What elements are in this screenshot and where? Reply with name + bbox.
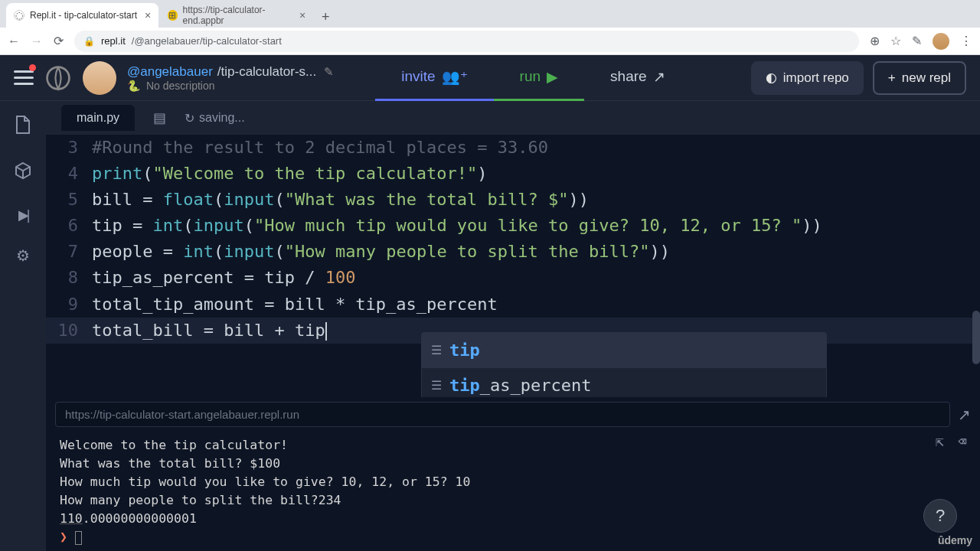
layout-icon[interactable]: ▤ xyxy=(153,109,166,126)
user-avatar[interactable] xyxy=(83,61,116,95)
open-external-icon[interactable]: ↗ xyxy=(958,406,971,424)
pencil-icon[interactable]: ✎ xyxy=(324,65,334,79)
owner-link[interactable]: @angelabauer xyxy=(127,64,213,80)
share-icon: ↗ xyxy=(653,68,665,86)
saving-label: saving... xyxy=(199,111,245,125)
saving-indicator: ↻ saving... xyxy=(185,111,245,126)
autocomplete-popup[interactable]: ☰ tip ☰ tip_as_percent ☰ total_tip_amoun… xyxy=(421,332,827,397)
url-path: /@angelabauer/tip-calculator-start xyxy=(132,35,282,47)
play-icon: ▶ xyxy=(547,68,558,86)
autocomplete-item[interactable]: ☰ tip_as_percent xyxy=(422,368,826,397)
star-icon[interactable]: ☆ xyxy=(890,34,901,48)
browser-tab[interactable]: ⊞ https://tip-calculator-end.appbr × xyxy=(160,3,313,28)
autocomplete-item[interactable]: ☰ tip xyxy=(422,333,826,368)
tab-title: Repl.it - tip-calculator-start xyxy=(30,10,137,21)
share-button[interactable]: share ↗ xyxy=(584,55,691,101)
settings-icon[interactable]: ⚙ xyxy=(16,246,30,265)
popout-icon[interactable]: ⇱ xyxy=(936,432,944,452)
symbol-icon: ☰ xyxy=(431,377,442,396)
project-name: /tip-calculator-s... xyxy=(217,64,316,80)
run-url-field[interactable]: https://tip-calculator-start.angelabauer… xyxy=(55,402,950,427)
run-label: run xyxy=(520,68,541,85)
zoom-icon[interactable]: ⊕ xyxy=(870,34,880,48)
new-repl-button[interactable]: + new repl xyxy=(873,61,966,95)
invite-icon: 👥⁺ xyxy=(442,68,468,86)
refresh-icon: ↻ xyxy=(185,111,194,126)
extension-icon[interactable]: ✎ xyxy=(912,34,922,48)
run-button[interactable]: run ▶ xyxy=(494,55,584,101)
share-label: share xyxy=(610,68,647,85)
menu-icon[interactable]: ⋮ xyxy=(960,34,972,48)
editor-tabs: main.py ▤ ↻ saving... xyxy=(46,101,980,135)
help-button[interactable]: ? xyxy=(923,499,957,533)
replit-logo[interactable] xyxy=(44,64,72,92)
side-rail: ▶| ⚙ xyxy=(0,101,46,551)
address-bar[interactable]: 🔒 repl.it/@angelabauer/tip-calculator-st… xyxy=(74,31,859,52)
plus-icon: + xyxy=(888,70,896,86)
tab-title: https://tip-calculator-end.appbr xyxy=(183,5,292,26)
profile-avatar[interactable] xyxy=(933,33,949,50)
lock-icon: 🔒 xyxy=(83,36,95,47)
favicon: ⊞ xyxy=(168,10,177,21)
close-icon[interactable]: × xyxy=(299,9,305,21)
python-icon: 🐍 xyxy=(127,80,140,92)
replit-header: @angelabauer/tip-calculator-s... ✎ 🐍 No … xyxy=(0,55,980,101)
packages-icon[interactable] xyxy=(14,161,32,184)
import-label: import repo xyxy=(783,70,849,86)
reload-icon[interactable]: ⟳ xyxy=(54,34,64,48)
files-icon[interactable] xyxy=(15,115,31,139)
notification-dot xyxy=(29,64,36,71)
new-repl-label: new repl xyxy=(902,70,951,86)
browser-toolbar: ← → ⟳ 🔒 repl.it/@angelabauer/tip-calcula… xyxy=(0,28,980,55)
hamburger-icon[interactable] xyxy=(14,67,34,89)
import-repo-button[interactable]: ◐ import repo xyxy=(751,61,864,95)
symbol-icon: ☰ xyxy=(431,341,442,360)
invite-label: invite xyxy=(401,68,435,85)
console-output[interactable]: ⇱ ⌫ Welcome to the tip calculator! What … xyxy=(46,432,980,551)
close-icon[interactable]: × xyxy=(145,9,151,21)
github-icon: ◐ xyxy=(766,70,777,86)
url-host: repl.it xyxy=(101,35,126,47)
new-tab-button[interactable]: + xyxy=(315,6,336,28)
replit-favicon: ◌ xyxy=(14,10,24,21)
debugger-icon[interactable]: ▶| xyxy=(18,207,28,223)
clear-icon[interactable]: ⌫ xyxy=(958,432,966,452)
udemy-watermark: ûdemy xyxy=(938,534,972,546)
invite-button[interactable]: invite 👥⁺ xyxy=(375,55,493,101)
back-icon[interactable]: ← xyxy=(8,34,20,48)
browser-tab-strip: ◌ Repl.it - tip-calculator-start × ⊞ htt… xyxy=(0,0,980,28)
scrollbar[interactable] xyxy=(972,311,980,364)
svg-point-0 xyxy=(47,67,70,89)
file-tab[interactable]: main.py xyxy=(61,105,135,131)
project-description: No description xyxy=(146,80,215,92)
code-editor[interactable]: 3#Round the result to 2 decimal places =… xyxy=(46,135,980,397)
console-cursor xyxy=(75,531,82,545)
browser-tab-active[interactable]: ◌ Repl.it - tip-calculator-start × xyxy=(6,3,158,28)
forward-icon[interactable]: → xyxy=(31,34,43,48)
